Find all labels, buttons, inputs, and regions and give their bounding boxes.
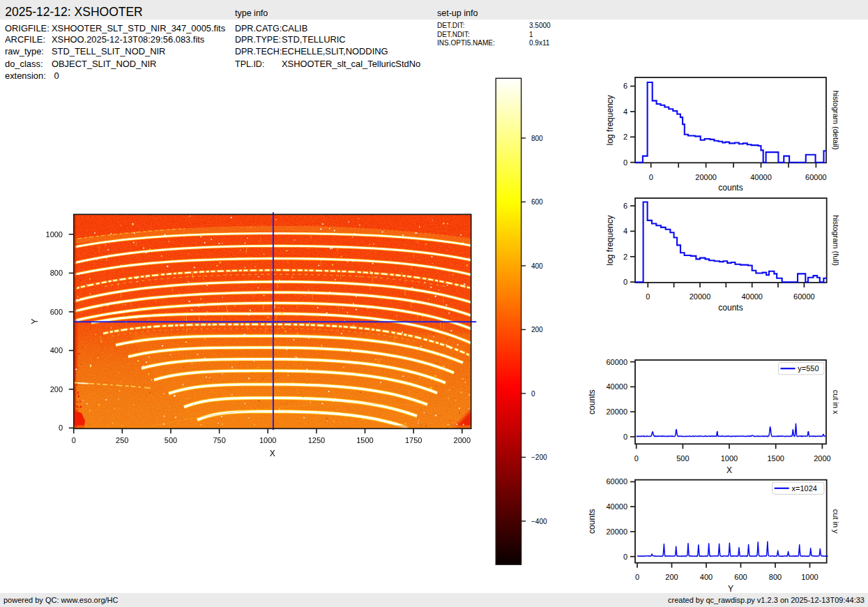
svg-text:x=1024: x=1024 (792, 484, 817, 493)
svg-text:0: 0 (623, 553, 627, 561)
svg-text:XSHOOTER_SLT_STD_NIR_347_0005.: XSHOOTER_SLT_STD_NIR_347_0005.fits (52, 23, 225, 33)
svg-text:powered by QC: www.eso.org/HC: powered by QC: www.eso.org/HC (3, 596, 119, 604)
svg-text:DET.DIT:: DET.DIT: (437, 22, 464, 29)
svg-text:2000: 2000 (814, 454, 830, 463)
svg-text:DPR.TYPE:: DPR.TYPE: (235, 35, 281, 45)
svg-text:histogram (full): histogram (full) (832, 215, 840, 266)
svg-text:−200: −200 (531, 454, 547, 461)
svg-text:type info: type info (235, 8, 268, 18)
svg-text:DPR.CATG:: DPR.CATG: (235, 24, 282, 33)
svg-text:counts: counts (718, 303, 743, 313)
svg-text:0: 0 (72, 436, 76, 444)
svg-text:800: 800 (50, 269, 63, 277)
svg-text:1000: 1000 (259, 436, 276, 444)
svg-text:X: X (270, 449, 275, 458)
svg-text:counts: counts (587, 509, 597, 534)
svg-text:log frequency: log frequency (605, 215, 615, 265)
svg-text:extension:: extension: (5, 70, 46, 81)
svg-text:200: 200 (50, 385, 63, 394)
svg-text:counts: counts (587, 390, 597, 414)
svg-text:1000: 1000 (46, 230, 63, 239)
svg-text:500: 500 (676, 454, 689, 463)
svg-text:created by qc_rawdisp.py v1.2.: created by qc_rawdisp.py v1.2.3 on 2025-… (668, 596, 865, 604)
svg-text:2: 2 (623, 133, 627, 141)
svg-text:cut in x: cut in x (832, 390, 840, 414)
svg-text:6: 6 (623, 202, 627, 210)
svg-text:0.9x11: 0.9x11 (529, 39, 550, 47)
svg-text:40000: 40000 (606, 502, 627, 511)
svg-text:DET.NDIT:: DET.NDIT: (437, 31, 470, 38)
svg-text:cut in y: cut in y (832, 509, 840, 534)
svg-text:200: 200 (665, 573, 678, 581)
svg-text:0: 0 (649, 173, 653, 181)
svg-text:2000: 2000 (454, 436, 471, 444)
svg-text:OBJECT_SLIT_NOD_NIR: OBJECT_SLIT_NOD_NIR (52, 59, 156, 69)
svg-text:0: 0 (646, 292, 650, 301)
svg-text:0: 0 (59, 424, 63, 432)
svg-text:20000: 20000 (606, 407, 627, 416)
svg-text:y=550: y=550 (798, 364, 818, 373)
svg-text:raw_type:: raw_type: (5, 46, 44, 57)
svg-text:4: 4 (623, 107, 627, 116)
svg-text:1750: 1750 (405, 436, 422, 444)
svg-text:DPR.TECH:: DPR.TECH: (235, 47, 282, 57)
svg-text:log frequency: log frequency (605, 95, 615, 145)
svg-text:20000: 20000 (690, 292, 711, 301)
svg-text:1250: 1250 (308, 436, 325, 444)
svg-text:Y: Y (728, 584, 733, 594)
svg-text:0: 0 (531, 390, 535, 398)
svg-text:2: 2 (623, 253, 627, 261)
svg-text:2025-12-12: XSHOOTER: 2025-12-12: XSHOOTER (5, 5, 142, 19)
svg-text:60000: 60000 (606, 477, 627, 486)
svg-text:ECHELLE,SLIT,NODDING: ECHELLE,SLIT,NODDING (282, 46, 388, 57)
svg-text:1000: 1000 (721, 454, 738, 463)
svg-text:0: 0 (54, 70, 59, 81)
svg-text:400: 400 (700, 573, 713, 581)
svg-text:60000: 60000 (805, 173, 827, 181)
svg-text:ORIGFILE:: ORIGFILE: (5, 23, 50, 33)
svg-text:600: 600 (50, 308, 63, 316)
svg-text:4: 4 (623, 227, 627, 235)
svg-text:0: 0 (635, 573, 639, 581)
svg-text:CALIB: CALIB (282, 23, 307, 33)
svg-text:0: 0 (634, 454, 639, 463)
svg-text:XSHOOTER_slt_cal_TelluricStdNo: XSHOOTER_slt_cal_TelluricStdNo (282, 59, 420, 69)
svg-text:TPL.ID:: TPL.ID: (235, 59, 264, 69)
svg-text:20000: 20000 (695, 173, 717, 181)
svg-text:0: 0 (623, 433, 627, 441)
svg-text:250: 250 (116, 436, 128, 444)
svg-text:60000: 60000 (606, 358, 627, 366)
svg-text:800: 800 (769, 573, 782, 581)
svg-text:0: 0 (623, 278, 627, 286)
svg-text:X: X (726, 465, 732, 475)
svg-text:200: 200 (531, 326, 543, 334)
svg-text:INS.OPTI5.NAME:: INS.OPTI5.NAME: (437, 39, 495, 47)
svg-text:60000: 60000 (793, 292, 815, 301)
svg-text:1500: 1500 (356, 436, 373, 444)
svg-text:do_class:: do_class: (5, 59, 43, 69)
svg-text:400: 400 (50, 346, 63, 354)
svg-text:40000: 40000 (741, 292, 763, 301)
svg-text:800: 800 (531, 135, 543, 142)
svg-text:400: 400 (531, 262, 543, 270)
svg-text:600: 600 (531, 198, 543, 206)
svg-text:0: 0 (623, 158, 627, 167)
svg-text:counts: counts (718, 183, 743, 193)
svg-text:Y: Y (30, 319, 40, 324)
svg-text:40000: 40000 (606, 382, 627, 391)
svg-text:3.5000: 3.5000 (529, 22, 551, 29)
svg-text:40000: 40000 (750, 173, 772, 181)
svg-text:STD,TELLURIC: STD,TELLURIC (282, 34, 346, 45)
svg-text:750: 750 (213, 436, 225, 444)
svg-text:1: 1 (529, 31, 533, 38)
svg-text:set-up info: set-up info (437, 8, 478, 18)
svg-text:1500: 1500 (767, 454, 784, 463)
svg-text:6: 6 (623, 82, 627, 90)
svg-text:1000: 1000 (801, 573, 818, 581)
svg-text:XSHOO.2025-12-13T08:29:56.083.: XSHOO.2025-12-13T08:29:56.083.fits (52, 34, 204, 45)
svg-text:500: 500 (165, 436, 177, 444)
svg-text:−400: −400 (531, 518, 547, 525)
svg-text:histogram (detail): histogram (detail) (832, 91, 840, 150)
svg-text:20000: 20000 (606, 527, 627, 536)
svg-text:STD_TELL_SLIT_NOD_NIR: STD_TELL_SLIT_NOD_NIR (52, 46, 165, 57)
